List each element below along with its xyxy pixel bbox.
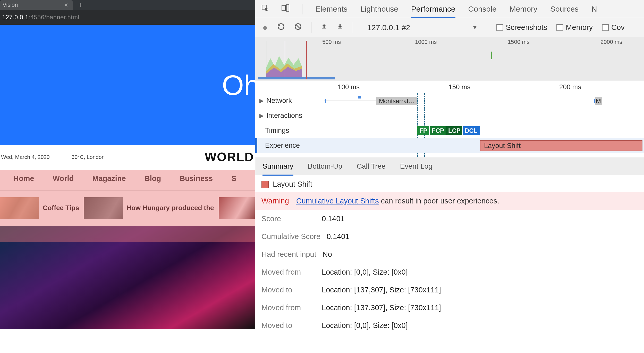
timing-dcl[interactable]: DCL xyxy=(463,126,480,135)
teaser-item[interactable]: How Hungary produced the xyxy=(84,197,214,219)
record-icon[interactable]: ● xyxy=(262,22,268,32)
summary-key: Score xyxy=(261,215,316,223)
summary-title: Layout Shift xyxy=(273,180,312,188)
lane-timings[interactable]: Timings FP FCP LCP DCL xyxy=(255,123,644,138)
tab-lighthouse[interactable]: Lighthouse xyxy=(360,5,398,13)
browser-tab[interactable]: Vision × xyxy=(0,0,73,10)
subtab-bottom-up[interactable]: Bottom-Up xyxy=(308,162,342,170)
summary-key: Had recent input xyxy=(261,250,316,259)
address-bar[interactable]: 127.0.0.1:4556/banner.html xyxy=(0,10,255,25)
svg-rect-1 xyxy=(282,5,285,11)
nav-item-more[interactable]: S xyxy=(231,174,236,183)
network-request-chip[interactable]: Montserrat… xyxy=(376,97,417,105)
timing-lcp[interactable]: LCP xyxy=(446,126,462,135)
svg-rect-5 xyxy=(338,29,342,29)
network-request-chip[interactable]: M xyxy=(595,97,602,105)
summary-tabbar: Summary Bottom-Up Call Tree Event Log xyxy=(255,157,644,175)
flame-ruler: 100 ms 150 ms 200 ms xyxy=(255,81,644,93)
ruler-tick: 150 ms xyxy=(448,83,470,91)
upload-icon[interactable] xyxy=(321,23,327,32)
nav-item-business[interactable]: Business xyxy=(180,174,213,183)
screenshots-checkbox[interactable]: Screenshots xyxy=(496,23,547,32)
ruler-tick: 1000 ms xyxy=(415,39,437,45)
ruler-tick: 1500 ms xyxy=(508,39,529,45)
tab-more[interactable]: N xyxy=(591,5,597,13)
lane-label: Experience xyxy=(265,142,300,150)
nav-item-world[interactable]: World xyxy=(53,174,74,183)
memory-checkbox[interactable]: Memory xyxy=(556,23,593,32)
nav-item-home[interactable]: Home xyxy=(13,174,34,183)
browser-pane: Vision × + 127.0.0.1:4556/banner.html Oh… xyxy=(0,0,255,353)
summary-row: Cumulative Score0.1401 xyxy=(261,228,638,245)
checkbox-label: Memory xyxy=(566,23,593,32)
ruler-tick: 100 ms xyxy=(338,83,360,91)
download-icon[interactable] xyxy=(337,23,343,32)
caret-right-icon: ▶ xyxy=(259,112,264,119)
flame-chart[interactable]: 100 ms 150 ms 200 ms ▶ Network Montserra… xyxy=(255,81,644,157)
lane-interactions[interactable]: ▶ Interactions xyxy=(255,108,644,123)
device-toolbar-icon[interactable] xyxy=(282,4,289,13)
close-icon[interactable]: × xyxy=(64,1,68,9)
timing-fp[interactable]: FP xyxy=(417,126,429,135)
summary-row: Moved toLocation: [137,307], Size: [730x… xyxy=(261,281,638,299)
svg-rect-4 xyxy=(322,29,326,29)
clear-icon[interactable] xyxy=(294,23,302,32)
summary-key: Moved to xyxy=(261,321,316,330)
summary-panel: Layout Shift Warning Cumulative Layout S… xyxy=(255,175,644,334)
tab-sources[interactable]: Sources xyxy=(550,5,579,13)
lane-experience[interactable]: Experience Layout Shift xyxy=(255,138,644,153)
timeline-overview[interactable]: 500 ms 1000 ms 1500 ms 2000 ms xyxy=(255,37,644,81)
recording-selector[interactable]: 127.0.0.1 #2 ▼ xyxy=(367,23,478,32)
teaser-thumb xyxy=(0,197,39,219)
reload-icon[interactable] xyxy=(277,23,285,32)
summary-key: Moved to xyxy=(261,286,316,294)
divider xyxy=(353,22,353,33)
devtools-tabbar: Elements Lighthouse Performance Console … xyxy=(255,0,644,18)
summary-row: Moved toLocation: [0,0], Size: [0x0] xyxy=(261,317,638,334)
overview-graph xyxy=(257,41,311,79)
site-title: WORLD xyxy=(126,150,254,164)
inspect-element-icon[interactable] xyxy=(261,4,269,13)
timing-fcp[interactable]: FCP xyxy=(430,126,446,135)
banner-text: Oh xyxy=(222,69,255,101)
cls-docs-link[interactable]: Cumulative Layout Shifts xyxy=(296,197,379,205)
subtab-event-log[interactable]: Event Log xyxy=(400,162,433,170)
teaser-thumb xyxy=(84,197,123,219)
tab-elements[interactable]: Elements xyxy=(315,5,348,13)
network-marker xyxy=(358,96,361,98)
summary-header: Layout Shift xyxy=(261,179,638,192)
checkbox-label: Screenshots xyxy=(506,23,547,32)
coverage-checkbox[interactable]: Cov xyxy=(602,23,625,32)
tab-performance[interactable]: Performance xyxy=(411,5,455,18)
tab-memory[interactable]: Memory xyxy=(510,5,537,13)
subtab-call-tree[interactable]: Call Tree xyxy=(357,162,386,170)
tab-console[interactable]: Console xyxy=(468,5,497,13)
nav-item-blog[interactable]: Blog xyxy=(145,174,161,183)
network-bar xyxy=(324,101,381,101)
site-nav: Home World Magazine Blog Business S xyxy=(0,167,255,191)
url-display: 127.0.0.1:4556/banner.html xyxy=(2,14,79,21)
ruler-tick: 500 ms xyxy=(322,39,341,45)
summary-value: No xyxy=(323,250,332,259)
date-label: Wed, March 4, 2020 xyxy=(1,154,50,160)
checkbox-icon xyxy=(556,24,563,31)
weather-label: 30°C, London xyxy=(72,154,105,160)
new-tab-button[interactable]: + xyxy=(79,1,83,9)
summary-value: Location: [137,307], Size: [730x111] xyxy=(322,286,441,294)
chevron-down-icon: ▼ xyxy=(472,24,478,31)
browser-tabbar: Vision × + xyxy=(0,0,255,10)
layout-shift-chip[interactable]: Layout Shift xyxy=(480,140,642,151)
teaser-item[interactable]: Coffee Tips xyxy=(0,197,79,219)
lane-network[interactable]: ▶ Network Montserrat… M xyxy=(255,93,644,108)
network-marker xyxy=(325,99,326,103)
subtab-summary[interactable]: Summary xyxy=(262,162,293,176)
site-info-bar: Wed, March 4, 2020 30°C, London WORLD xyxy=(0,145,255,167)
summary-value: Location: [137,307], Size: [730x111] xyxy=(322,303,441,312)
performance-toolbar: ● 127.0.0.1 #2 ▼ Screenshots Memory Cov xyxy=(255,18,644,37)
ruler-tick: 200 ms xyxy=(559,83,581,91)
teaser-title: How Hungary produced the xyxy=(126,204,214,212)
summary-key: Cumulative Score xyxy=(261,232,320,241)
recording-label: 127.0.0.1 #2 xyxy=(367,23,410,32)
summary-key: Moved from xyxy=(261,268,316,276)
nav-item-magazine[interactable]: Magazine xyxy=(92,174,126,183)
